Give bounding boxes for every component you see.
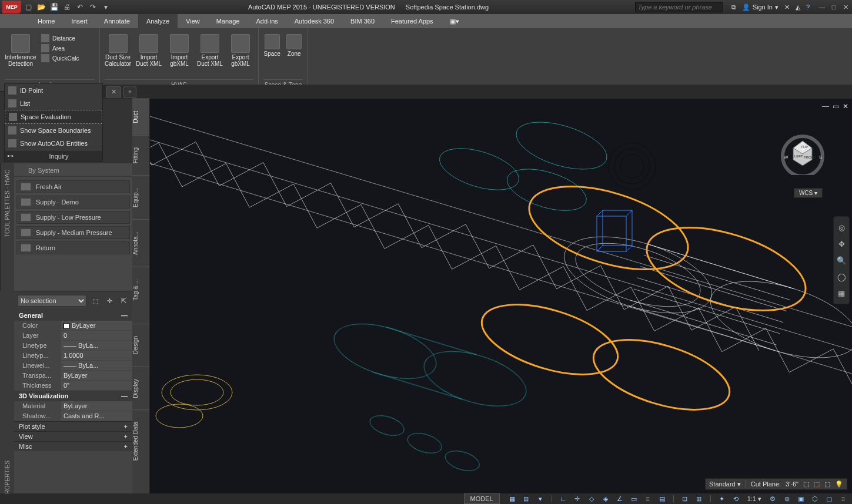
tp-return[interactable]: Return: [16, 241, 130, 254]
prop-linetype-value[interactable]: —— ByLa...: [61, 341, 132, 351]
anno-standard-dropdown[interactable]: Standard ▾: [709, 481, 741, 488]
import-gbxml-button[interactable]: Import gbXML: [166, 31, 192, 78]
tab-annotate[interactable]: Annotate: [96, 14, 138, 28]
sc-toggle[interactable]: ⊞: [694, 495, 704, 503]
tp-supply-med[interactable]: Supply - Medium Pressure: [16, 226, 130, 239]
viewport-minimize-button[interactable]: —: [822, 102, 829, 110]
viewcube[interactable]: WS TOP FRONT LEFT: [779, 128, 826, 175]
ptab-display[interactable]: Display: [132, 367, 149, 410]
tab-home[interactable]: Home: [29, 14, 63, 28]
redo-icon[interactable]: ↷: [88, 2, 98, 12]
app-logo[interactable]: MEP: [2, 1, 21, 14]
sign-in-button[interactable]: 👤Sign In▾: [742, 4, 779, 11]
dyn-toggle[interactable]: ▭: [629, 495, 639, 503]
anno-btn-2[interactable]: ⬚: [814, 481, 820, 488]
snap-toggle[interactable]: ⊞: [521, 495, 532, 503]
autodesk360-icon[interactable]: ◭: [796, 4, 800, 11]
tab-overflow-icon[interactable]: ▣▾: [442, 14, 467, 28]
osnap-toggle[interactable]: ◇: [586, 495, 597, 503]
hw-toggle[interactable]: ▣: [796, 495, 806, 503]
anno-btn-1[interactable]: ⬚: [803, 481, 809, 488]
inquiry-show-space-boundaries[interactable]: Show Space Boundaries: [5, 124, 102, 137]
ortho-toggle[interactable]: ∟: [558, 495, 569, 503]
3dosnap-toggle[interactable]: ◈: [600, 495, 611, 503]
interference-detection-button[interactable]: Interference Detection: [5, 31, 36, 78]
selection-dropdown[interactable]: No selection: [18, 295, 86, 307]
save-icon[interactable]: 💾: [49, 2, 59, 12]
help-search-input[interactable]: [635, 2, 723, 12]
wcs-dropdown[interactable]: WCS ▾: [794, 188, 823, 198]
maximize-button[interactable]: □: [830, 4, 838, 11]
distance-button[interactable]: Distance: [41, 34, 79, 42]
duct-size-calculator-button[interactable]: Duct Size Calculator: [105, 31, 131, 78]
cat-plotstyle[interactable]: Plot style+: [14, 421, 132, 431]
prop-shadow-value[interactable]: Casts and R...: [61, 411, 132, 421]
ptab-design[interactable]: Design: [132, 324, 149, 366]
tool-palette-group[interactable]: By System: [14, 163, 132, 177]
showmotion-icon[interactable]: ▦: [836, 287, 847, 299]
prop-lineweight-value[interactable]: —— ByLa...: [61, 361, 132, 371]
tab-autodesk360[interactable]: Autodesk 360: [286, 14, 342, 28]
grid-toggle[interactable]: ▦: [507, 495, 517, 503]
ptab-equip[interactable]: Equip...: [132, 175, 149, 219]
open-icon[interactable]: 📂: [36, 2, 46, 12]
more-toggle[interactable]: ▾: [535, 495, 546, 503]
undo-icon[interactable]: ↶: [75, 2, 85, 12]
cat-misc[interactable]: Misc+: [14, 441, 132, 451]
orbit-icon[interactable]: ◯: [836, 271, 847, 283]
otrack-toggle[interactable]: ∠: [614, 495, 625, 503]
tp-supply-low[interactable]: Supply - Low Pressure: [16, 211, 130, 224]
prop-thickness-value[interactable]: 0": [61, 381, 132, 391]
exchange-icon[interactable]: ✕: [784, 4, 790, 11]
cat-3dviz[interactable]: 3D Visualization—: [14, 391, 132, 401]
inquiry-list[interactable]: List: [5, 97, 102, 110]
help-icon[interactable]: ?: [806, 4, 810, 11]
quickcalc-button[interactable]: QuickCalc: [41, 54, 79, 62]
iso-toggle[interactable]: ⬡: [810, 495, 820, 503]
anno-btn-3[interactable]: ⬚: [824, 481, 830, 488]
area-button[interactable]: Area: [41, 44, 79, 52]
qat-more-icon[interactable]: ▾: [101, 2, 111, 12]
tp-supply-demo[interactable]: Supply - Demo: [16, 196, 130, 209]
pickadd-icon[interactable]: ✛: [104, 295, 115, 306]
new-icon[interactable]: ▢: [24, 2, 33, 12]
close-button[interactable]: ✕: [841, 4, 850, 11]
space-button[interactable]: Space: [263, 31, 281, 78]
ws-toggle[interactable]: ⚙: [767, 495, 778, 503]
tab-featured[interactable]: Featured Apps: [383, 14, 442, 28]
export-duct-xml-button[interactable]: Export Duct XML: [197, 31, 223, 78]
anno-vis-toggle[interactable]: ✦: [717, 495, 727, 503]
inquiry-panel-footer[interactable]: ⊷Inquiry: [5, 150, 102, 162]
quickselect-icon[interactable]: ⬚: [90, 295, 101, 306]
tab-view[interactable]: View: [178, 14, 208, 28]
cat-general[interactable]: General—: [14, 310, 132, 321]
prop-color-value[interactable]: ByLayer: [61, 321, 132, 331]
prop-transparency-value[interactable]: ByLayer: [61, 371, 132, 381]
tab-manage[interactable]: Manage: [208, 14, 248, 28]
tab-analyze[interactable]: Analyze: [138, 14, 178, 28]
annomon-toggle[interactable]: ⊕: [781, 495, 792, 503]
drawing-viewport[interactable]: — ▭ ✕: [150, 99, 852, 493]
export-gbxml-button[interactable]: Export gbXML: [228, 31, 253, 78]
cat-view[interactable]: View+: [14, 431, 132, 441]
viewport-close-button[interactable]: ✕: [843, 102, 848, 110]
steering-wheel-icon[interactable]: ◎: [836, 221, 847, 233]
pin-icon[interactable]: ⊷: [5, 152, 15, 160]
lwt-toggle[interactable]: ≡: [643, 495, 653, 503]
print-icon[interactable]: 🖨: [62, 2, 72, 12]
ptab-tag[interactable]: Tag & ...: [132, 267, 149, 313]
tab-bim360[interactable]: BIM 360: [342, 14, 383, 28]
viewport-restore-button[interactable]: ▭: [833, 102, 839, 110]
ptab-annota[interactable]: Annota...: [132, 219, 149, 267]
qp-toggle[interactable]: ⊡: [680, 495, 690, 503]
tp-fresh-air[interactable]: Fresh Air: [16, 180, 130, 193]
prop-material-value[interactable]: ByLayer: [61, 401, 132, 411]
prop-ltscale-value[interactable]: 1.0000: [61, 351, 132, 361]
inquiry-id-point[interactable]: ID Point: [5, 84, 102, 97]
clean-toggle[interactable]: ▢: [824, 495, 834, 503]
tab-addins[interactable]: Add-ins: [248, 14, 286, 28]
polar-toggle[interactable]: ✛: [572, 495, 583, 503]
prop-layer-value[interactable]: 0: [61, 331, 132, 341]
zoom-icon[interactable]: 🔍: [836, 254, 847, 266]
minimize-button[interactable]: —: [818, 4, 826, 11]
